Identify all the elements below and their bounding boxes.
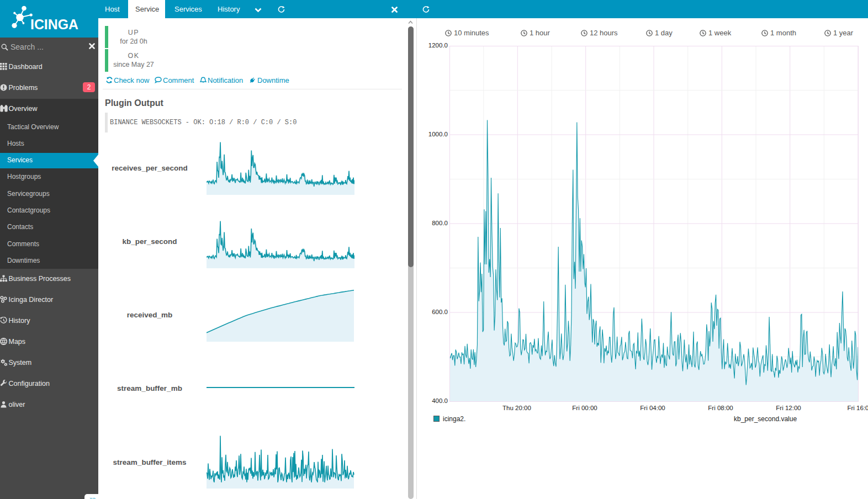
svg-text:ICINGA: ICINGA	[30, 16, 78, 33]
